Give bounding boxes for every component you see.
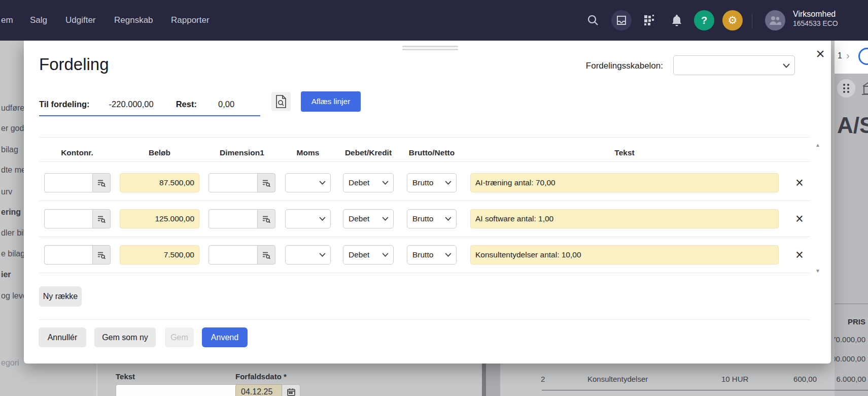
dimension-lookup-button[interactable] xyxy=(257,209,275,228)
account-lookup-button[interactable] xyxy=(92,209,111,228)
avatar[interactable] xyxy=(765,10,785,30)
chevron-down-icon xyxy=(319,181,326,185)
save-button[interactable]: Gem xyxy=(165,327,194,347)
search-icon[interactable] xyxy=(583,10,603,30)
line-amount: 70.000,00 xyxy=(835,335,865,344)
nav-item-hjem[interactable]: em xyxy=(1,0,13,41)
nav-item-salg[interactable]: Salg xyxy=(30,0,47,41)
vat-select[interactable] xyxy=(285,173,331,192)
divider xyxy=(39,319,810,320)
dimension-lookup-button[interactable] xyxy=(257,245,275,265)
fordeling-dialog: Fordeling × Fordelingsskabelon: Til ford… xyxy=(24,41,831,364)
inbox-icon[interactable] xyxy=(611,10,632,30)
preview-document-button[interactable] xyxy=(271,92,291,111)
debit-credit-value: Debet xyxy=(349,178,369,187)
gross-net-value: Brutto xyxy=(412,214,433,223)
notifications-icon[interactable] xyxy=(667,10,687,30)
sidebar-item: egori xyxy=(1,358,19,368)
account-input[interactable] xyxy=(44,245,93,265)
invoice-line-qty: 10 HUR xyxy=(721,375,748,383)
delete-row-icon[interactable]: × xyxy=(791,247,808,263)
panel-scrollbar xyxy=(482,364,486,396)
new-row-button[interactable]: Ny række xyxy=(39,286,82,307)
due-date-value: 04.12.25 xyxy=(241,387,272,396)
vat-select[interactable] xyxy=(285,245,331,265)
debit-credit-select[interactable]: Debet xyxy=(343,173,394,192)
rest-label: Rest: xyxy=(176,100,197,109)
document-search-icon xyxy=(275,95,287,108)
list-search-icon xyxy=(262,179,271,187)
apply-button[interactable]: Anvend xyxy=(202,327,248,347)
chevron-down-icon xyxy=(382,217,389,221)
debit-credit-value: Debet xyxy=(349,214,369,223)
next-page-icon: › xyxy=(846,50,850,61)
panel-gutter xyxy=(486,364,500,396)
settings-icon[interactable]: ⚙ xyxy=(722,10,743,30)
apps-icon[interactable] xyxy=(639,10,659,30)
delete-row-icon[interactable]: × xyxy=(791,175,808,191)
nav-label: Regnskab xyxy=(114,15,153,25)
invoice-line-number: 2 xyxy=(541,375,545,383)
debit-credit-select[interactable]: Debet xyxy=(343,245,394,265)
amount-input[interactable] xyxy=(120,245,199,265)
dimension-lookup-button[interactable] xyxy=(257,173,275,192)
col-header-brutto-netto: Brutto/Netto xyxy=(407,148,457,157)
help-icon[interactable]: ? xyxy=(694,10,714,30)
dialog-title: Fordeling xyxy=(39,55,109,74)
nav-label: Udgifter xyxy=(65,15,96,25)
divider xyxy=(39,201,810,201)
close-icon[interactable]: × xyxy=(811,45,829,63)
amount-input[interactable] xyxy=(120,173,199,192)
account-input[interactable] xyxy=(44,173,93,192)
template-label: Fordelingsskabelon: xyxy=(539,61,663,71)
gross-net-value: Brutto xyxy=(412,250,433,259)
dimension-input[interactable] xyxy=(209,209,258,228)
save-as-new-button[interactable]: Gem som ny xyxy=(94,327,156,347)
account-input[interactable] xyxy=(44,209,93,228)
dimension-input[interactable] xyxy=(209,245,258,265)
scroll-down-icon[interactable]: ▼ xyxy=(813,267,822,274)
sidebar-item-active: ier xyxy=(1,270,11,279)
read-lines-button[interactable]: Aflæs linjer xyxy=(301,91,361,112)
vat-select[interactable] xyxy=(285,209,331,228)
account-lookup-button[interactable] xyxy=(92,173,111,192)
chevron-down-icon xyxy=(445,181,452,185)
text-input[interactable] xyxy=(470,209,779,228)
line-amount: 00.000,00 xyxy=(835,354,865,363)
tekst-field xyxy=(116,384,254,396)
text-input[interactable] xyxy=(470,173,779,192)
debit-credit-select[interactable]: Debet xyxy=(343,209,394,228)
account-lookup-button[interactable] xyxy=(92,245,111,265)
sidebar-item: og leve xyxy=(1,291,27,301)
nav-item-regnskab[interactable]: Regnskab xyxy=(114,0,153,41)
gross-net-select[interactable]: Brutto xyxy=(407,173,457,192)
building-icon xyxy=(861,81,868,97)
company-info[interactable]: Virksomhed 1654533 ECO xyxy=(793,9,838,28)
amount-input[interactable] xyxy=(120,209,199,228)
gross-net-select[interactable]: Brutto xyxy=(407,245,457,265)
nav-item-rapporter[interactable]: Rapporter xyxy=(171,0,210,41)
cancel-button[interactable]: Annullér xyxy=(39,327,86,347)
rest-value: 0,00 xyxy=(218,100,234,109)
tekst-label: Tekst xyxy=(116,372,135,381)
chevron-down-icon xyxy=(319,253,326,257)
delete-row-icon[interactable]: × xyxy=(791,211,808,227)
col-header-kontonr: Kontonr. xyxy=(44,148,110,157)
divider xyxy=(39,237,810,237)
chevron-down-icon xyxy=(445,217,452,221)
company-name-fragment: A/S xyxy=(837,113,868,138)
list-search-icon xyxy=(97,251,106,259)
help-glyph: ? xyxy=(701,15,707,26)
scroll-up-icon[interactable]: ▲ xyxy=(813,141,822,148)
text-input[interactable] xyxy=(470,245,779,265)
nav-item-udgifter[interactable]: Udgifter xyxy=(65,0,96,41)
col-header-debet-kredit: Debet/Kredit xyxy=(343,148,394,157)
template-select[interactable] xyxy=(673,55,795,75)
nav-label: Rapporter xyxy=(171,15,210,25)
dialog-drag-handle[interactable] xyxy=(402,46,458,52)
gross-net-select[interactable]: Brutto xyxy=(407,209,457,228)
invoice-line-total: 6.000,00 xyxy=(820,375,866,383)
sidebar-item: er god xyxy=(1,124,24,133)
panel-border xyxy=(96,364,97,396)
dimension-input[interactable] xyxy=(209,173,258,192)
